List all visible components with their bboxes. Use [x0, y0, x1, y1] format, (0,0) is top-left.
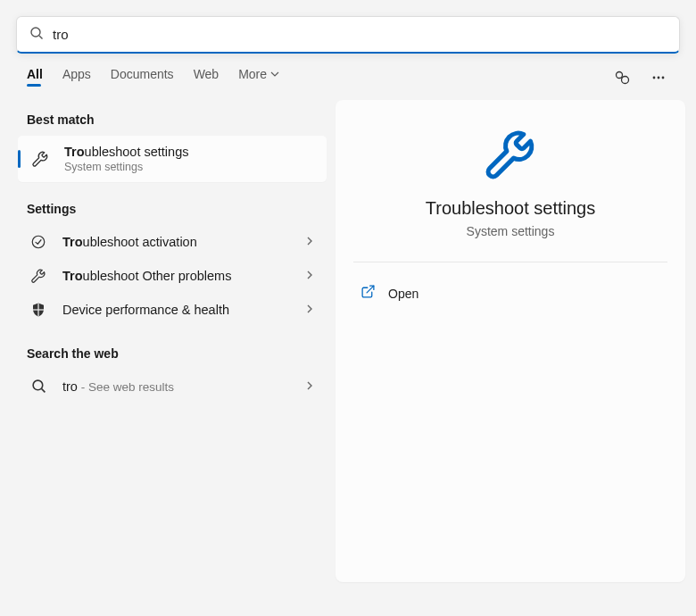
web-result-label: tro - See web results — [62, 379, 291, 394]
filter-tab-apps[interactable]: Apps — [62, 67, 91, 92]
svg-point-11 — [33, 380, 43, 390]
chevron-down-icon — [270, 70, 279, 79]
search-box[interactable] — [16, 16, 680, 54]
filter-tabs: All Apps Documents Web More — [27, 67, 279, 92]
section-settings: Settings — [27, 202, 327, 216]
svg-point-6 — [658, 77, 660, 79]
preview-action-open[interactable]: Open — [353, 279, 667, 308]
settings-result-label: Troubleshoot Other problems — [62, 269, 291, 283]
best-match-title: Troubleshoot settings — [64, 145, 188, 159]
filter-tab-more-label: More — [238, 67, 267, 81]
svg-point-8 — [32, 236, 45, 248]
section-search-web: Search the web — [27, 346, 327, 361]
settings-result-label: Troubleshoot activation — [62, 235, 291, 249]
shield-icon — [29, 302, 48, 318]
wrench-icon — [29, 268, 48, 284]
more-options-icon[interactable] — [648, 67, 669, 92]
wrench-icon — [29, 150, 52, 168]
best-match-result[interactable]: Troubleshoot settings System settings — [18, 136, 327, 182]
web-result[interactable]: tro - See web results — [18, 370, 327, 403]
filter-tab-documents[interactable]: Documents — [111, 67, 174, 92]
filter-tab-all[interactable]: All — [27, 67, 43, 92]
chat-icon[interactable] — [610, 66, 634, 93]
svg-line-13 — [367, 286, 374, 293]
open-icon — [360, 284, 376, 303]
settings-result[interactable]: Troubleshoot Other problems — [18, 259, 327, 293]
search-icon — [29, 26, 44, 44]
settings-result-label: Device performance & health — [62, 303, 291, 317]
preview-title: Troubleshoot settings — [353, 198, 667, 219]
chevron-right-icon — [305, 380, 314, 393]
svg-line-4 — [621, 77, 622, 78]
search-icon — [29, 379, 48, 394]
filter-tab-more[interactable]: More — [238, 67, 279, 92]
svg-line-1 — [39, 36, 43, 39]
best-match-subtitle: System settings — [64, 161, 188, 173]
svg-point-5 — [653, 77, 656, 79]
svg-rect-10 — [32, 309, 46, 310]
chevron-right-icon — [305, 304, 314, 316]
check-circle-icon — [29, 234, 48, 250]
section-best-match: Best match — [27, 112, 327, 127]
search-input[interactable] — [53, 27, 667, 42]
chevron-right-icon — [305, 270, 314, 282]
chevron-right-icon — [305, 236, 314, 248]
svg-point-7 — [662, 77, 665, 79]
settings-result[interactable]: Device performance & health — [18, 293, 327, 327]
settings-result[interactable]: Troubleshoot activation — [18, 225, 327, 259]
svg-point-0 — [31, 28, 40, 37]
filter-tab-web[interactable]: Web — [194, 67, 220, 92]
svg-line-12 — [41, 389, 45, 393]
preview-subtitle: System settings — [353, 224, 667, 238]
wrench-icon — [353, 127, 667, 186]
preview-action-open-label: Open — [388, 287, 418, 301]
preview-panel: Troubleshoot settings System settings Op… — [336, 100, 685, 582]
